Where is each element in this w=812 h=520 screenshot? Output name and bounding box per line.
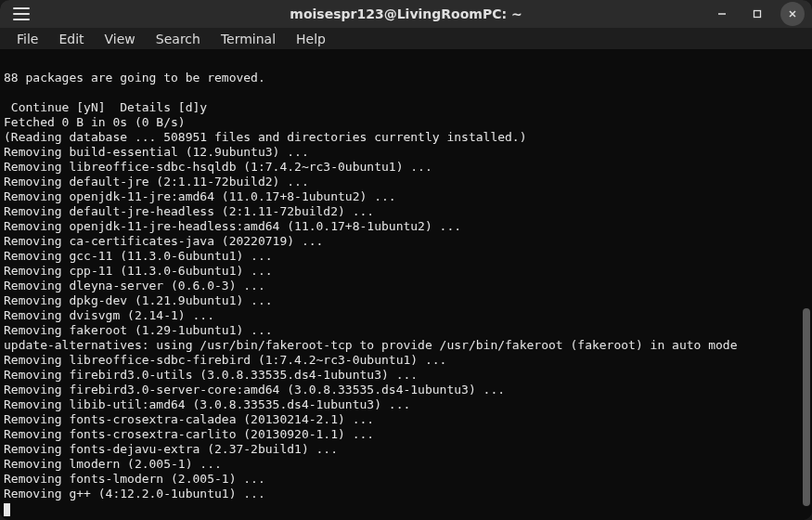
titlebar: moisespr123@LivingRoomPC: ~ — [0, 0, 812, 28]
window-controls — [710, 2, 805, 26]
terminal-cursor — [4, 503, 10, 516]
maximize-button[interactable] — [745, 2, 769, 26]
menu-terminal[interactable]: Terminal — [212, 29, 285, 49]
minimize-icon — [716, 8, 728, 20]
scrollbar-thumb[interactable] — [803, 308, 810, 506]
menu-help[interactable]: Help — [287, 29, 335, 49]
hamburger-menu-icon[interactable] — [13, 7, 30, 20]
close-icon — [787, 8, 798, 20]
menu-edit[interactable]: Edit — [49, 29, 93, 49]
menu-search[interactable]: Search — [147, 29, 210, 49]
close-button[interactable] — [780, 2, 805, 26]
menu-file[interactable]: File — [7, 29, 47, 49]
menubar: File Edit View Search Terminal Help — [0, 28, 812, 50]
terminal-area[interactable]: 88 packages are going to be removed. Con… — [0, 50, 812, 520]
maximize-icon — [752, 8, 763, 20]
minimize-button[interactable] — [710, 2, 734, 26]
terminal-output[interactable]: 88 packages are going to be removed. Con… — [0, 50, 801, 520]
scrollbar[interactable] — [801, 50, 812, 520]
svg-rect-1 — [754, 11, 761, 18]
window-title: moisespr123@LivingRoomPC: ~ — [290, 6, 522, 21]
menu-view[interactable]: View — [96, 29, 145, 49]
terminal-window: moisespr123@LivingRoomPC: ~ File Edit Vi… — [0, 0, 812, 520]
